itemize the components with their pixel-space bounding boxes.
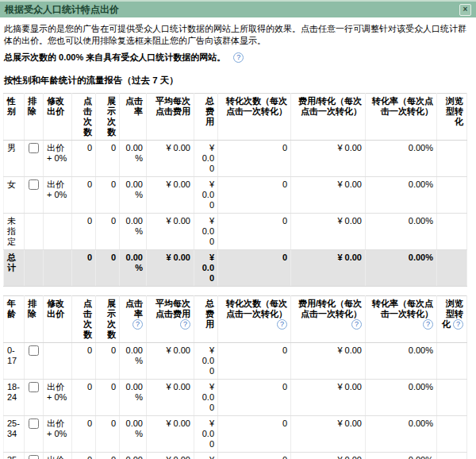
table-row[interactable]: 25-34出价 + 0%000.00%¥ 0.00¥ 0.000¥ 0.000.… — [4, 416, 467, 453]
value-cell: 0.00% — [366, 416, 437, 453]
column-header-label: 展示次数 — [107, 299, 116, 339]
value-cell: ¥ 0.00 — [194, 141, 218, 177]
value-cell: ¥ 0.00 — [291, 177, 366, 214]
value-cell: 0 — [218, 416, 291, 453]
value-cell: ¥ 0.00 — [291, 141, 366, 177]
value-cell — [437, 250, 467, 287]
table-row[interactable]: 未指定000.00%¥ 0.00¥ 0.000¥ 0.000.00% — [4, 214, 467, 250]
column-header: 平均每次点击费用 — [147, 94, 194, 141]
close-icon[interactable]: × — [459, 4, 471, 16]
column-header-label: 点击次数 — [83, 96, 92, 137]
value-cell: 0.00% — [120, 141, 147, 177]
exclude-cell — [25, 380, 44, 416]
table-row[interactable]: 男出价 + 0%000.00%¥ 0.00¥ 0.000¥ 0.000.00% — [4, 141, 467, 177]
table-row[interactable]: 35-44出价 + 0%000.00%¥ 0.00¥ 0.000¥ 0.000.… — [4, 453, 467, 459]
value-cell: 0 — [96, 343, 120, 380]
value-cell: ¥ 0.00 — [291, 380, 366, 416]
value-cell: 0 — [218, 214, 291, 250]
header-row: 年龄排除修改出价点击次数展示次数点击率?平均每次点击费用?总费用转化次数（每次点… — [4, 296, 467, 343]
column-header-label: 点击次数 — [83, 299, 92, 339]
value-cell: ¥ 0.00 — [194, 250, 218, 287]
header-row: 性别排除修改出价点击次数展示次数点击率平均每次点击费用总费用转化次数（每次点击一… — [4, 94, 467, 141]
help-icon[interactable]: ? — [180, 319, 190, 330]
column-header: 展示次数 — [96, 94, 120, 141]
table-row[interactable]: 0-17000.00%¥ 0.00¥ 0.000¥ 0.000.00% — [4, 343, 467, 380]
table-row[interactable]: 女出价 + 0%000.00%¥ 0.00¥ 0.000¥ 0.000.00% — [4, 177, 467, 214]
column-header-label: 年龄 — [7, 299, 16, 318]
value-cell — [437, 380, 467, 416]
value-cell: 0 — [218, 453, 291, 459]
value-cell: 0.00% — [120, 250, 147, 287]
column-header-label: 性别 — [7, 96, 16, 116]
row-label: 总计 — [4, 250, 25, 287]
gender-report-table: 性别排除修改出价点击次数展示次数点击率平均每次点击费用总费用转化次数（每次点击一… — [3, 93, 467, 287]
column-header-label: 平均每次点击费用 — [155, 96, 190, 116]
help-icon[interactable]: ? — [132, 319, 143, 330]
exclude-checkbox[interactable] — [29, 179, 39, 190]
value-cell: ¥ 0.00 — [194, 416, 218, 453]
value-cell: ¥ 0.00 — [147, 416, 194, 453]
value-cell: 0.00% — [120, 343, 147, 380]
bid-adjust: 出价 + 0% — [44, 453, 72, 459]
exclude-cell — [25, 416, 44, 453]
dialog-title: 根据受众人口统计特点出价 — [5, 3, 119, 17]
table-row[interactable]: 18-24出价 + 0%000.00%¥ 0.00¥ 0.000¥ 0.000.… — [4, 380, 467, 416]
help-icon[interactable]: ? — [423, 319, 433, 330]
value-cell: 0 — [218, 343, 291, 380]
row-label: 男 — [4, 141, 25, 177]
column-header-label: 费用/转化（每次点击一次转化） — [298, 96, 362, 116]
value-cell: ¥ 0.00 — [147, 177, 194, 214]
column-header-label: 总费用 — [205, 299, 214, 329]
help-icon[interactable]: ? — [351, 319, 362, 330]
column-header: 点击率? — [120, 296, 147, 343]
age-report-table: 年龄排除修改出价点击次数展示次数点击率?平均每次点击费用?总费用转化次数（每次点… — [3, 295, 467, 459]
value-cell: 0.00% — [366, 453, 437, 459]
column-header-label: 点击率 — [125, 299, 143, 318]
exclude-cell — [25, 343, 44, 380]
impressions-summary: 总展示次数的 0.00% 来自具有受众人口统计数据的网站。 ? — [4, 52, 471, 64]
exclude-checkbox[interactable] — [29, 455, 39, 459]
value-cell: 0 — [72, 141, 96, 177]
exclude-checkbox[interactable] — [29, 143, 39, 153]
exclude-checkbox[interactable] — [29, 382, 39, 392]
help-icon[interactable]: ? — [277, 319, 287, 330]
column-header: 平均每次点击费用? — [147, 296, 194, 343]
value-cell: ¥ 0.00 — [194, 453, 218, 459]
value-cell: 0 — [218, 380, 291, 416]
column-header-label: 转化次数（每次点击一次转化） — [226, 96, 287, 116]
column-header: 展示次数 — [96, 296, 120, 343]
row-label: 0-17 — [4, 343, 25, 380]
report-section-title: 按性别和年龄统计的流量报告（过去 7 天） — [4, 75, 471, 87]
value-cell: 0.00% — [120, 177, 147, 214]
column-header: 总费用 — [194, 94, 218, 141]
value-cell: ¥ 0.00 — [147, 343, 194, 380]
bid-adjust: 出价 + 0% — [44, 416, 72, 453]
help-icon[interactable]: ? — [233, 52, 244, 63]
column-header-label: 展示次数 — [107, 96, 116, 137]
help-icon[interactable]: ? — [453, 319, 463, 330]
value-cell: 0 — [96, 380, 120, 416]
value-cell: ¥ 0.00 — [147, 380, 194, 416]
intro-section: 此摘要显示的是您的广告在可提供受众人口统计数据的网站上所取得的效果。点击任意一行… — [0, 17, 476, 87]
column-header: 性别 — [4, 94, 25, 141]
exclude-cell — [25, 250, 44, 287]
value-cell — [437, 453, 467, 459]
value-cell: 0.00% — [120, 214, 147, 250]
row-label: 25-34 — [4, 416, 25, 453]
column-header: 转化次数（每次点击一次转化） — [218, 94, 291, 141]
exclude-cell — [25, 141, 44, 177]
value-cell: 0.00% — [366, 250, 437, 287]
bid-adjust: 出价 + 0% — [44, 141, 72, 177]
column-header: 转化率（每次点击一次转化） — [366, 94, 437, 141]
column-header: 总费用 — [194, 296, 218, 343]
bid-adjust — [44, 214, 72, 250]
exclude-checkbox[interactable] — [29, 345, 39, 356]
value-cell: 0.00% — [120, 416, 147, 453]
row-label: 未指定 — [4, 214, 25, 250]
value-cell: 0 — [96, 250, 120, 287]
value-cell: 0 — [96, 416, 120, 453]
exclude-checkbox[interactable] — [29, 418, 39, 429]
value-cell: ¥ 0.00 — [291, 453, 366, 459]
exclude-cell — [25, 214, 44, 250]
column-header: 修改出价 — [44, 94, 72, 141]
